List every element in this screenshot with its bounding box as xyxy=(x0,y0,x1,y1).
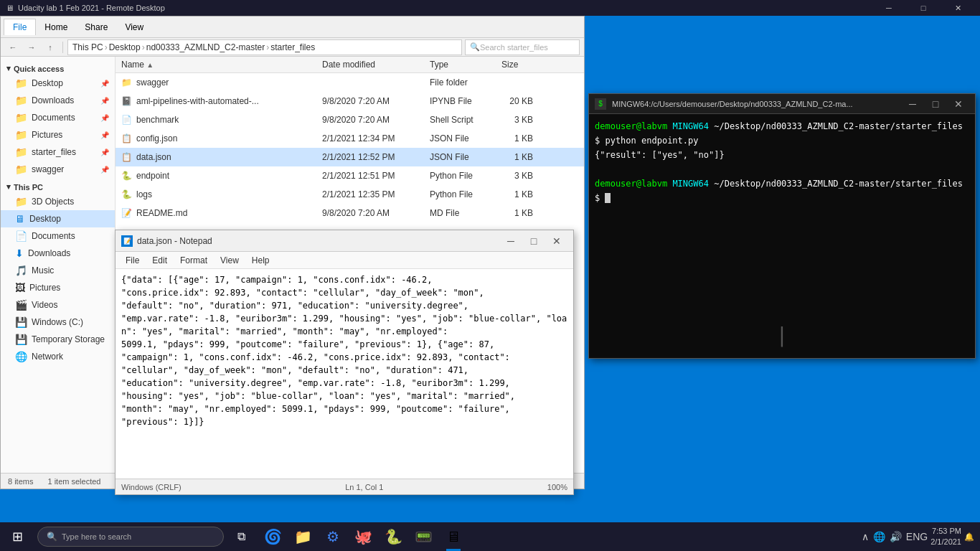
sidebar-item-3dobjects[interactable]: 📁 3D Objects xyxy=(1,193,115,210)
language-icon[interactable]: ENG xyxy=(906,531,928,542)
term-shell: MINGW64 xyxy=(672,121,709,131)
sidebar-item-label: Downloads xyxy=(28,248,70,258)
maximize-button[interactable]: □ xyxy=(907,0,940,16)
file-name-cell: 🐍 logs xyxy=(116,189,316,199)
breadcrumb-current[interactable]: starter_files xyxy=(270,42,315,52)
file-icon: 🐍 xyxy=(121,171,132,181)
term-line-3: {"result": ["yes", "no"]} xyxy=(595,149,969,161)
back-button[interactable]: ← xyxy=(5,40,21,55)
folder-icon: 📁 xyxy=(15,112,27,123)
file-name-text: endpoint xyxy=(136,171,169,181)
forward-button[interactable]: → xyxy=(24,40,39,55)
notepad-menu-format[interactable]: Format xyxy=(174,254,213,267)
notepad-menu-view[interactable]: View xyxy=(215,254,245,267)
sidebar-item-downloads[interactable]: 📁 Downloads 📌 xyxy=(1,92,115,109)
notepad-maximize[interactable]: □ xyxy=(523,233,545,249)
file-type-cell: Python File xyxy=(424,171,496,181)
close-button[interactable]: ✕ xyxy=(941,0,974,16)
table-row[interactable]: 📓 aml-pipelines-with-automated-... 9/8/2… xyxy=(116,92,584,110)
sidebar-item-windows-c[interactable]: 💾 Windows (C:) xyxy=(1,314,115,331)
sidebar-item-documents[interactable]: 📁 Documents 📌 xyxy=(1,109,115,126)
notepad-title-left: 📝 data.json - Notepad xyxy=(121,235,212,247)
terminal-app-icon[interactable]: 📟 xyxy=(409,522,438,551)
ribbon-tab-home[interactable]: Home xyxy=(36,19,76,35)
up-button[interactable]: ↑ xyxy=(42,40,58,55)
sidebar-item-desktop-pc[interactable]: 🖥 Desktop xyxy=(1,210,115,227)
col-name-header[interactable]: Name ▲ xyxy=(116,60,316,70)
breadcrumb-thispc[interactable]: This PC xyxy=(72,42,103,52)
notepad-content[interactable]: {"data": [{"age": 17, "campaign": 1, "co… xyxy=(116,269,573,479)
notepad-menu-edit[interactable]: Edit xyxy=(146,254,173,267)
ribbon-tab-share[interactable]: Share xyxy=(76,19,116,35)
minimize-button[interactable]: ─ xyxy=(872,0,905,16)
sidebar-item-pictures[interactable]: 📁 Pictures 📌 xyxy=(1,126,115,143)
folder-icon: 📁 xyxy=(15,196,27,207)
volume-icon[interactable]: 🔊 xyxy=(890,531,902,542)
clock[interactable]: 7:53 PM 2/1/2021 xyxy=(930,526,961,548)
breadcrumb-project[interactable]: nd00333_AZMLND_C2-master xyxy=(146,42,265,52)
sidebar-item-swagger[interactable]: 📁 swagger 📌 xyxy=(1,161,115,178)
sidebar-item-downloads-pc[interactable]: ⬇ Downloads xyxy=(1,245,115,262)
table-row[interactable]: 📋 data.json 2/1/2021 12:52 PM JSON File … xyxy=(116,148,584,166)
pin-icon: 📌 xyxy=(100,149,109,156)
notifications-icon[interactable]: 🔔 xyxy=(964,532,974,542)
title-bar-left: 🖥 Udacity lab 1 Feb 2021 - Remote Deskto… xyxy=(6,4,165,12)
table-row[interactable]: 📁 swagger File folder xyxy=(116,73,584,92)
table-row[interactable]: 📝 README.md 9/8/2020 7:20 AM MD File 1 K… xyxy=(116,204,584,222)
notepad-icon: 📝 xyxy=(121,235,133,247)
title-bar-text: Udacity lab 1 Feb 2021 - Remote Desktop xyxy=(18,4,165,12)
chrome-icon[interactable]: ⚙ xyxy=(319,522,347,551)
table-row[interactable]: 🐍 logs 2/1/2021 12:35 PM Python File 1 K… xyxy=(116,185,584,204)
file-size-cell: 1 KB xyxy=(496,189,539,199)
sidebar-item-videos[interactable]: 🎬 Videos xyxy=(1,296,115,314)
table-row[interactable]: 📋 config.json 2/1/2021 12:34 PM JSON Fil… xyxy=(116,129,584,148)
notepad-title: data.json - Notepad xyxy=(137,236,212,246)
col-size-header[interactable]: Size xyxy=(496,60,539,70)
python-icon[interactable]: 🐍 xyxy=(379,522,407,551)
sidebar-item-desktop[interactable]: 📁 Desktop 📌 xyxy=(1,75,115,92)
terminal-close[interactable]: ✕ xyxy=(948,96,969,112)
ribbon-tab-view[interactable]: View xyxy=(116,19,152,35)
breadcrumb-bar[interactable]: This PC › Desktop › nd00333_AZMLND_C2-ma… xyxy=(67,39,462,55)
notepad-menubar: File Edit Format View Help xyxy=(116,252,573,269)
explorer-icon[interactable]: 📁 xyxy=(288,522,317,551)
search-placeholder: Search starter_files xyxy=(480,43,548,52)
sidebar-item-starter-files[interactable]: 📁 starter_files 📌 xyxy=(1,143,115,161)
search-box[interactable]: 🔍 Search starter_files xyxy=(465,39,580,55)
edge-icon[interactable]: 🌀 xyxy=(258,522,287,551)
items-count: 8 items xyxy=(8,477,33,486)
sidebar-item-label: Documents xyxy=(32,231,75,241)
file-rows-container: 📁 swagger File folder 📓 aml-pipelines-wi… xyxy=(116,73,584,222)
remote-desktop-icon[interactable]: 🖥 xyxy=(439,522,468,551)
breadcrumb-desktop[interactable]: Desktop xyxy=(109,42,141,52)
notepad-minimize[interactable]: ─ xyxy=(500,233,522,249)
file-date-cell: 2/1/2021 12:52 PM xyxy=(316,152,424,162)
up-arrow-icon[interactable]: ∧ xyxy=(862,531,869,542)
terminal-minimize[interactable]: ─ xyxy=(902,96,923,112)
github-icon[interactable]: 🐙 xyxy=(349,522,377,551)
col-date-header[interactable]: Date modified xyxy=(316,60,424,70)
taskbar-search[interactable]: 🔍 Type here to search xyxy=(37,527,224,547)
sidebar-item-documents-pc[interactable]: 📄 Documents xyxy=(1,227,115,245)
notepad-menu-help[interactable]: Help xyxy=(246,254,275,267)
terminal-body[interactable]: demouser@labvm MINGW64 ~/Desktop/nd00333… xyxy=(589,114,975,358)
title-bar-icon: 🖥 xyxy=(6,4,14,12)
terminal-maximize[interactable]: □ xyxy=(925,96,946,112)
sidebar-item-temp-storage[interactable]: 💾 Temporary Storage xyxy=(1,331,115,348)
file-name-cell: 📁 swagger xyxy=(116,77,316,88)
network-icon: 🌐 xyxy=(15,351,27,362)
sidebar-item-network[interactable]: 🌐 Network xyxy=(1,348,115,365)
sidebar-item-label: Temporary Storage xyxy=(32,334,105,344)
table-row[interactable]: 📄 benchmark 9/8/2020 7:20 AM Shell Scrip… xyxy=(116,110,584,129)
notepad-close[interactable]: ✕ xyxy=(546,233,567,249)
terminal-icon: $ xyxy=(595,98,606,110)
table-row[interactable]: 🐍 endpoint 2/1/2021 12:51 PM Python File… xyxy=(116,166,584,185)
network-tray-icon[interactable]: 🌐 xyxy=(873,531,885,542)
task-view-btn[interactable]: ⧉ xyxy=(227,522,255,551)
ribbon-tab-file[interactable]: File xyxy=(4,19,36,35)
col-type-header[interactable]: Type xyxy=(424,60,496,70)
notepad-menu-file[interactable]: File xyxy=(120,254,145,267)
start-button[interactable]: ⊞ xyxy=(0,522,34,551)
sidebar-item-music[interactable]: 🎵 Music xyxy=(1,262,115,279)
sidebar-item-pictures-pc[interactable]: 🖼 Pictures xyxy=(1,279,115,296)
